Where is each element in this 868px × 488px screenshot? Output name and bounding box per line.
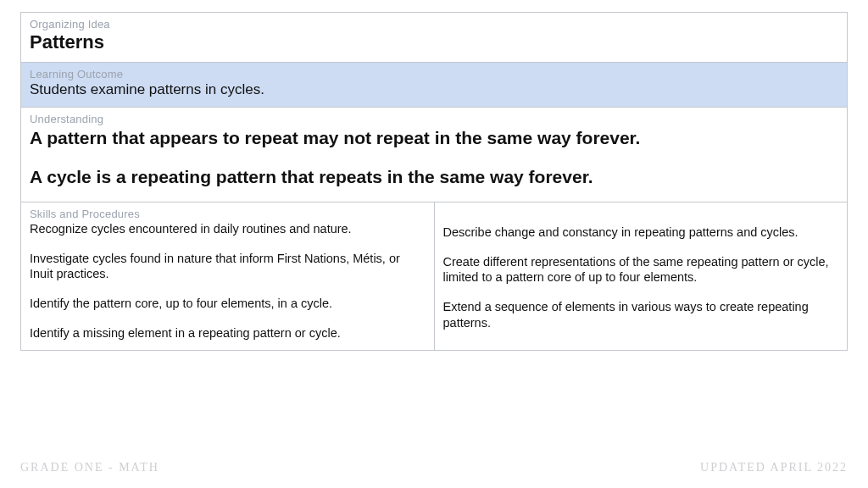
skills-left-col: Skills and Procedures Recognize cycles e…: [21, 202, 434, 350]
learning-outcome-text: Students examine patterns in cycles.: [30, 81, 838, 98]
skills-label: Skills and Procedures: [30, 208, 426, 220]
learning-outcome-label: Learning Outcome: [30, 68, 838, 80]
understanding-text: A pattern that appears to repeat may not…: [30, 126, 838, 190]
skill-item: Describe change and constancy in repeati…: [443, 225, 839, 241]
understanding-line-1: A pattern that appears to repeat may not…: [30, 126, 838, 150]
skill-item: Investigate cycles found in nature that …: [30, 251, 426, 283]
curriculum-panel: Organizing Idea Patterns Learning Outcom…: [20, 12, 848, 351]
organizing-idea-title: Patterns: [30, 31, 838, 53]
organizing-idea-section: Organizing Idea Patterns: [21, 13, 847, 62]
organizing-idea-label: Organizing Idea: [30, 18, 838, 30]
skill-item: Create different representations of the …: [443, 254, 839, 286]
understanding-label: Understanding: [30, 113, 838, 125]
skills-section: Skills and Procedures Recognize cycles e…: [21, 202, 847, 350]
footer-left: GRADE ONE - MATH: [20, 461, 159, 474]
skill-item: Recognize cycles encountered in daily ro…: [30, 221, 426, 237]
skills-right-col: Describe change and constancy in repeati…: [434, 202, 848, 350]
learning-outcome-section: Learning Outcome Students examine patter…: [21, 62, 847, 107]
skill-item: Identify a missing element in a repeatin…: [30, 325, 426, 341]
skill-item: Extend a sequence of elements in various…: [443, 299, 839, 331]
understanding-line-2: A cycle is a repeating pattern that repe…: [30, 165, 838, 189]
footer: GRADE ONE - MATH UPDATED APRIL 2022: [20, 461, 848, 474]
skill-item: Identify the pattern core, up to four el…: [30, 296, 426, 312]
footer-right: UPDATED APRIL 2022: [700, 461, 848, 474]
understanding-section: Understanding A pattern that appears to …: [21, 107, 847, 202]
